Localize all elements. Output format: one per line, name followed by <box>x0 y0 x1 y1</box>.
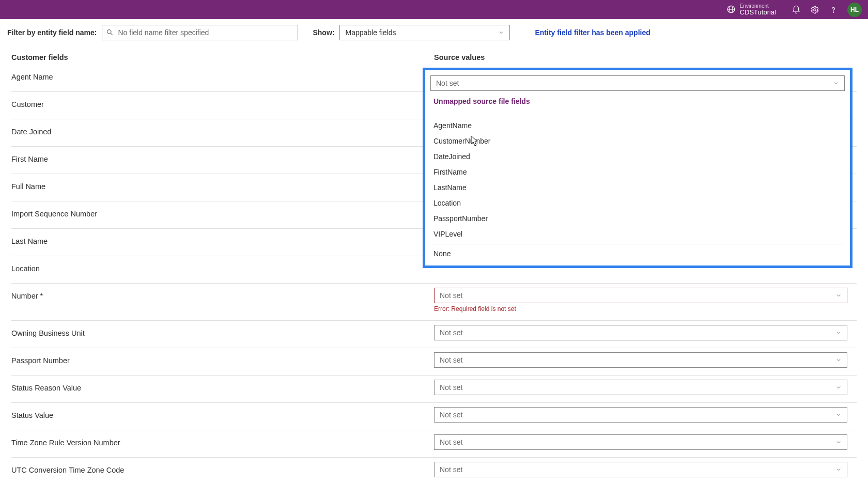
source-value-select[interactable]: Not set <box>434 325 847 340</box>
svg-point-4 <box>107 29 112 34</box>
source-value-select-agent-name[interactable]: Not set <box>430 75 845 91</box>
select-value: Not set <box>440 383 462 392</box>
chevron-down-icon <box>498 29 504 36</box>
source-value-select[interactable]: Not set <box>434 288 847 303</box>
filter-input[interactable] <box>102 25 298 40</box>
select-value: Not set <box>436 79 459 87</box>
field-label: Location <box>11 256 434 273</box>
field-label: Number * <box>11 284 434 300</box>
field-label: Agent Name <box>11 65 434 81</box>
field-label: Status Reason Value <box>11 376 434 392</box>
select-value: Not set <box>440 356 462 364</box>
app-header: Environment CDSTutorial HL <box>0 0 868 19</box>
show-select-value: Mappable fields <box>345 28 396 37</box>
chevron-down-icon <box>835 439 842 445</box>
svg-point-3 <box>833 11 833 12</box>
filter-bar: Filter by entity field name: Show: Mappa… <box>0 19 868 46</box>
source-value-select[interactable]: Not set <box>434 407 847 423</box>
filter-input-wrap <box>102 25 298 40</box>
filter-applied-text: Entity field filter has been applied <box>535 28 650 37</box>
customer-fields-header: Customer fields <box>11 53 434 61</box>
field-row: Status Reason Value Not set <box>11 376 857 403</box>
dropdown-option[interactable]: DateJoined <box>430 149 845 164</box>
dropdown-option[interactable]: FirstName <box>430 164 845 180</box>
select-value: Not set <box>440 329 462 337</box>
search-icon <box>106 28 114 36</box>
source-value-dropdown-open: Not set Unmapped source file fields Agen… <box>423 68 853 268</box>
show-label: Show: <box>313 28 334 37</box>
environment-selector[interactable]: Environment CDSTutorial <box>726 3 776 16</box>
help-icon[interactable] <box>829 5 838 14</box>
field-label: Customer <box>11 92 434 108</box>
svg-point-2 <box>814 8 816 11</box>
source-value-select[interactable]: Not set <box>434 352 847 368</box>
dropdown-option[interactable]: LastName <box>430 180 845 195</box>
field-label: Date Joined <box>11 119 434 136</box>
select-value: Not set <box>440 438 462 446</box>
dropdown-option[interactable]: VIPLevel <box>430 226 845 242</box>
chevron-down-icon <box>835 412 842 418</box>
dropdown-option[interactable]: Location <box>430 195 845 211</box>
field-row: Status Value Not set <box>11 403 857 430</box>
filter-label: Filter by entity field name: <box>7 28 97 37</box>
chevron-down-icon <box>835 292 842 299</box>
user-avatar[interactable]: HL <box>847 3 862 17</box>
chevron-down-icon <box>835 384 842 391</box>
field-label: Passport Number <box>11 348 434 365</box>
field-label: Last Name <box>11 229 434 245</box>
show-select[interactable]: Mappable fields <box>339 25 510 40</box>
environment-icon <box>726 5 736 14</box>
select-value: Not set <box>440 291 462 300</box>
notifications-icon[interactable] <box>792 5 801 14</box>
select-value: Not set <box>440 411 462 419</box>
field-label: Import Sequence Number <box>11 201 434 218</box>
chevron-down-icon <box>835 330 842 336</box>
source-value-select[interactable]: Not set <box>434 462 847 477</box>
environment-name: CDSTutorial <box>740 9 776 16</box>
field-label: First Name <box>11 147 434 163</box>
avatar-initials: HL <box>850 6 859 13</box>
source-value-select[interactable]: Not set <box>434 434 847 450</box>
error-message: Error: Required field is not set <box>434 305 857 313</box>
field-label: Time Zone Rule Version Number <box>11 430 434 447</box>
chevron-down-icon <box>833 80 839 86</box>
dropdown-option[interactable]: CustomerNumber <box>430 133 845 149</box>
settings-icon[interactable] <box>810 5 819 14</box>
select-value: Not set <box>440 465 462 474</box>
dropdown-option-none[interactable]: None <box>430 244 845 261</box>
dropdown-option[interactable]: AgentName <box>430 118 845 133</box>
field-label: Full Name <box>11 174 434 191</box>
field-row: UTC Conversion Time Zone Code Not set <box>11 458 857 484</box>
field-label: Status Value <box>11 403 434 419</box>
field-row: Time Zone Rule Version Number Not set <box>11 430 857 458</box>
chevron-down-icon <box>835 466 842 473</box>
dropdown-option[interactable]: PassportNumber <box>430 211 845 226</box>
field-row: Number * Not set Error: Required field i… <box>11 284 857 321</box>
chevron-down-icon <box>835 357 842 363</box>
field-row: Passport Number Not set <box>11 348 857 376</box>
field-row: Owning Business Unit Not set <box>11 321 857 348</box>
field-label: Owning Business Unit <box>11 321 434 337</box>
source-value-select[interactable]: Not set <box>434 380 847 395</box>
column-headers: Customer fields Source values <box>0 46 868 65</box>
field-label: UTC Conversion Time Zone Code <box>11 458 434 474</box>
source-values-header: Source values <box>434 53 485 61</box>
dropdown-section-title: Unmapped source file fields <box>433 97 845 105</box>
